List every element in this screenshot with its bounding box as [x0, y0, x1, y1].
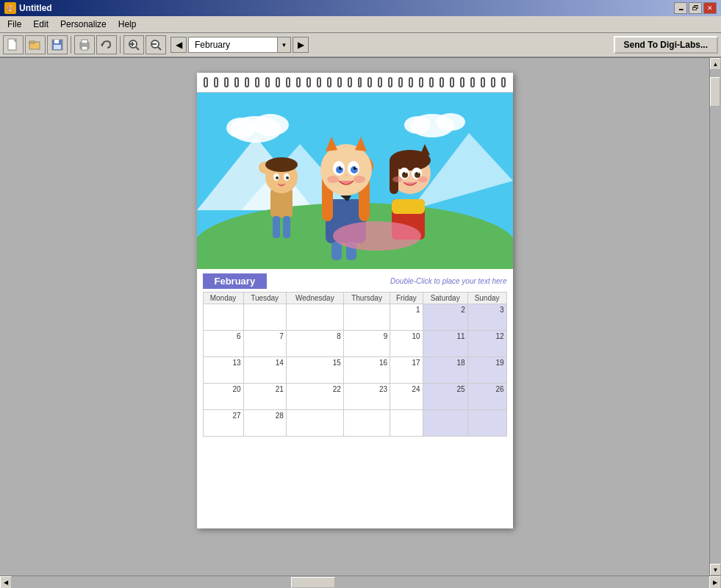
- h-scroll-track[interactable]: [12, 576, 709, 588]
- calendar-day[interactable]: 23: [343, 384, 390, 410]
- calendar-day[interactable]: 20: [203, 384, 243, 410]
- open-button[interactable]: [25, 35, 46, 54]
- calendar-day[interactable]: 10: [390, 331, 423, 357]
- window-controls: 🗕 🗗 ✕: [674, 2, 717, 14]
- calendar-day[interactable]: 18: [423, 357, 467, 384]
- day-header: Thursday: [343, 293, 390, 304]
- scroll-left-button[interactable]: ◀: [0, 576, 12, 588]
- svg-rect-8: [82, 46, 87, 50]
- calendar-day[interactable]: [203, 304, 243, 331]
- svg-rect-38: [273, 216, 280, 238]
- minimize-button[interactable]: 🗕: [674, 2, 687, 14]
- svg-point-53: [340, 166, 342, 168]
- scroll-thumb[interactable]: [710, 77, 720, 107]
- prev-month-button[interactable]: ◀: [171, 37, 187, 53]
- calendar-day[interactable]: 21: [243, 384, 286, 410]
- calendar-day[interactable]: 17: [390, 357, 423, 384]
- spiral-coil: [470, 77, 475, 87]
- restore-button[interactable]: 🗗: [689, 2, 702, 14]
- calendar-day[interactable]: 27: [203, 410, 243, 437]
- spiral-coil: [296, 77, 301, 87]
- menu-help[interactable]: Help: [114, 18, 141, 31]
- svg-point-44: [320, 144, 372, 196]
- calendar-day[interactable]: 25: [423, 384, 467, 410]
- calendar-image[interactable]: [197, 93, 513, 269]
- spiral-coil: [276, 77, 280, 87]
- calendar-day[interactable]: 3: [467, 304, 506, 331]
- calendar-day[interactable]: 11: [423, 331, 467, 357]
- scroll-up-button[interactable]: ▲: [710, 58, 721, 70]
- toolbar: ◀ February ▼ ▶ Send To Digi-Labs...: [0, 33, 721, 58]
- spiral-coil: [265, 77, 270, 87]
- zoom-in-button[interactable]: [123, 35, 144, 54]
- calendar-day[interactable]: 15: [286, 357, 343, 384]
- calendar-day[interactable]: 16: [343, 357, 390, 384]
- day-header: Monday: [203, 293, 243, 304]
- spiral-coil: [367, 77, 372, 87]
- spiral-coil: [460, 77, 464, 87]
- scroll-track[interactable]: [710, 70, 721, 564]
- spiral-coil: [501, 77, 506, 87]
- spiral-coil: [348, 77, 352, 87]
- svg-point-33: [265, 157, 298, 172]
- spiral-coil: [224, 77, 229, 87]
- calendar-day[interactable]: 1: [390, 304, 423, 331]
- month-dropdown-arrow[interactable]: ▼: [277, 37, 290, 52]
- calendar-day[interactable]: [423, 410, 467, 437]
- calendar-day[interactable]: [343, 410, 390, 437]
- click-hint[interactable]: Double-Click to place your text here: [390, 277, 506, 285]
- vertical-scrollbar[interactable]: ▲ ▼: [709, 58, 721, 576]
- calendar-table: MondayTuesdayWednesdayThursdayFridaySatu…: [203, 292, 507, 437]
- svg-line-13: [136, 47, 139, 50]
- calendar-day[interactable]: 7: [243, 331, 286, 357]
- spiral-coil: [440, 77, 444, 87]
- svg-rect-5: [54, 45, 61, 49]
- print-button[interactable]: [74, 35, 95, 54]
- svg-point-19: [252, 114, 289, 136]
- svg-rect-7: [82, 40, 87, 43]
- calendar-day[interactable]: 6: [203, 331, 243, 357]
- calendar-day[interactable]: [286, 304, 343, 331]
- menu-file[interactable]: File: [3, 18, 26, 31]
- calendar-day[interactable]: 13: [203, 357, 243, 384]
- calendar-day[interactable]: [286, 410, 343, 437]
- calendar-day[interactable]: 14: [243, 357, 286, 384]
- day-header: Wednesday: [286, 293, 343, 304]
- calendar-day[interactable]: 19: [467, 357, 506, 384]
- new-button[interactable]: [3, 35, 24, 54]
- scroll-right-button[interactable]: ▶: [709, 576, 721, 588]
- svg-point-77: [333, 221, 421, 251]
- calendar-day[interactable]: [467, 410, 506, 437]
- spiral-coil: [214, 77, 218, 87]
- calendar-day[interactable]: [343, 304, 390, 331]
- calendar-day[interactable]: [390, 410, 423, 437]
- svg-point-22: [436, 113, 465, 131]
- calendar-day[interactable]: [243, 304, 286, 331]
- menu-edit[interactable]: Edit: [29, 18, 53, 31]
- send-to-digilabs-button[interactable]: Send To Digi-Labs...: [614, 36, 718, 54]
- close-button[interactable]: ✕: [703, 2, 717, 14]
- month-select-value: February: [189, 40, 277, 50]
- spiral-coil: [398, 77, 403, 87]
- calendar-day[interactable]: 12: [467, 331, 506, 357]
- undo-button[interactable]: [96, 35, 117, 54]
- window-title: Untitled: [19, 3, 52, 13]
- svg-rect-2: [29, 41, 35, 43]
- calendar-day[interactable]: 8: [286, 331, 343, 357]
- h-scroll-thumb[interactable]: [291, 577, 335, 588]
- calendar-day[interactable]: 9: [343, 331, 390, 357]
- calendar-day[interactable]: 2: [423, 304, 467, 331]
- calendar-day[interactable]: 24: [390, 384, 423, 410]
- calendar-day[interactable]: 22: [286, 384, 343, 410]
- menu-personalize[interactable]: Personalize: [56, 18, 111, 31]
- calendar-day[interactable]: 26: [467, 384, 506, 410]
- next-month-button[interactable]: ▶: [293, 37, 309, 53]
- calendar-day[interactable]: 28: [243, 410, 286, 437]
- horizontal-scrollbar[interactable]: ◀ ▶: [0, 576, 721, 588]
- scroll-down-button[interactable]: ▼: [710, 564, 721, 576]
- month-dropdown[interactable]: February ▼: [188, 37, 291, 53]
- svg-point-56: [327, 176, 339, 183]
- save-button[interactable]: [47, 35, 68, 54]
- zoom-out-button[interactable]: [146, 35, 166, 54]
- spiral-coil: [245, 77, 249, 87]
